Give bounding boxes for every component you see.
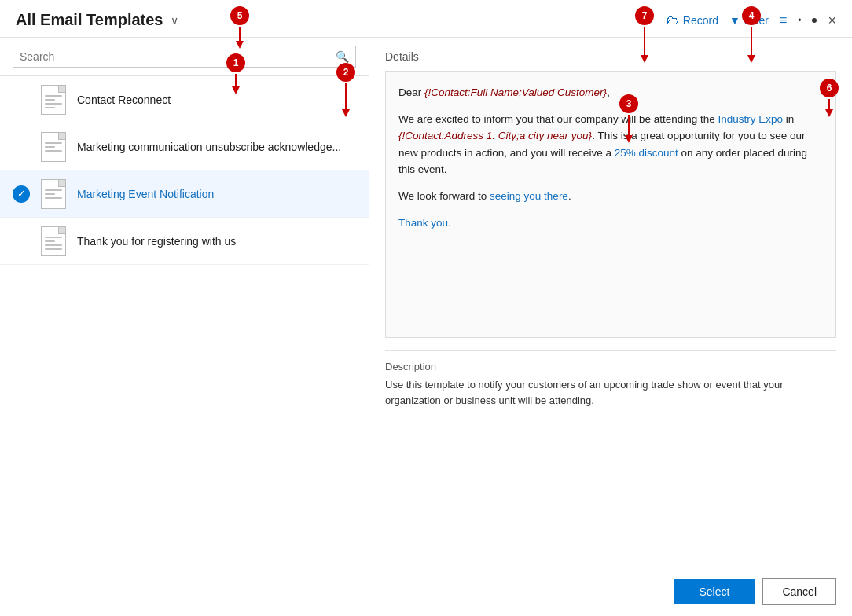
check-icon: ✓ (13, 185, 30, 203)
filter-icon: ▼ (729, 14, 740, 27)
description-label: Description (385, 361, 836, 372)
details-label: Details (385, 50, 836, 63)
email-para3: Thank you. (398, 214, 823, 232)
highlight-thankyou: Thank you. (398, 217, 451, 229)
search-button[interactable]: 🔍 (336, 50, 349, 63)
email-template-dialog: 5 1 2 3 (0, 0, 852, 616)
doc-icon (41, 226, 66, 256)
folder-icon: 🗁 (667, 13, 679, 28)
doc-icon (41, 132, 66, 162)
highlight-seeing: seeing you there (490, 190, 568, 202)
template-name: Marketing Event Notification (77, 188, 214, 200)
dialog-header: All Email Templates ∨ 🗁 Record ▼ Filter … (0, 0, 852, 38)
template-icon (39, 86, 68, 114)
email-preview: Dear {!Contact:Full Name;Valued Customer… (385, 71, 836, 338)
template-item[interactable]: Contact Reconnect (0, 76, 369, 123)
template-icon (39, 180, 68, 208)
chevron-down-button[interactable]: • (798, 15, 801, 26)
template-item[interactable]: Thank you for registering with us (0, 218, 369, 265)
template-list: Contact Reconnect Marke (0, 76, 369, 566)
dialog-title: All Email Templates (16, 11, 163, 29)
right-panel: Details Dear {!Contact:Full Name;Valued … (369, 38, 852, 566)
header-actions-group: 🗁 Record ▼ Filter ≡ • × (667, 13, 836, 28)
template-item-selected[interactable]: ✓ Marketing Event Notification (0, 170, 369, 218)
description-text: Use this template to notify your custome… (385, 377, 836, 408)
doc-icon (41, 85, 66, 115)
template-item[interactable]: Marketing communication unsubscribe ackn… (0, 123, 369, 170)
dialog-body: 🔍 (0, 38, 852, 566)
search-input-wrapper[interactable]: 🔍 (13, 46, 356, 68)
search-input[interactable] (20, 50, 336, 63)
filter-button[interactable]: ▼ Filter (729, 14, 769, 27)
close-button[interactable]: × (828, 13, 836, 28)
record-label: Record (683, 14, 718, 27)
description-section: Description Use this template to notify … (385, 350, 836, 408)
dot-indicator (812, 18, 817, 23)
highlight-discount: 25% discount (615, 147, 678, 159)
email-greeting: Dear {!Contact:Full Name;Valued Customer… (398, 84, 823, 101)
search-area: 🔍 (0, 38, 369, 76)
doc-icon (41, 179, 66, 209)
dialog-footer: Select Cancel (0, 566, 852, 616)
title-chevron-icon[interactable]: ∨ (171, 14, 178, 27)
record-button[interactable]: 🗁 Record (667, 13, 718, 28)
template-icon (39, 133, 68, 161)
template-name: Marketing communication unsubscribe ackn… (77, 141, 341, 153)
left-panel: 🔍 (0, 38, 369, 566)
cancel-button[interactable]: Cancel (762, 578, 836, 605)
email-body: Dear {!Contact:Full Name;Valued Customer… (398, 84, 823, 231)
template-name: Contact Reconnect (77, 94, 171, 106)
highlight-expo: Industry Expo (718, 113, 783, 125)
email-para2: We look forward to seeing you there. (398, 188, 823, 205)
field-token-city: {!Contact:Address 1: City;a city near yo… (398, 130, 592, 141)
template-name: Thank you for registering with us (77, 235, 236, 248)
menu-button[interactable]: ≡ (780, 13, 787, 28)
menu-icon: ≡ (780, 13, 787, 28)
dialog-title-area: All Email Templates ∨ (16, 11, 178, 29)
filter-label: Filter (744, 14, 769, 27)
template-icon (39, 227, 68, 255)
select-button[interactable]: Select (674, 579, 755, 604)
email-para1: We are excited to inform you that our co… (398, 111, 823, 178)
field-token-name: {!Contact:Full Name;Valued Customer} (424, 86, 607, 98)
